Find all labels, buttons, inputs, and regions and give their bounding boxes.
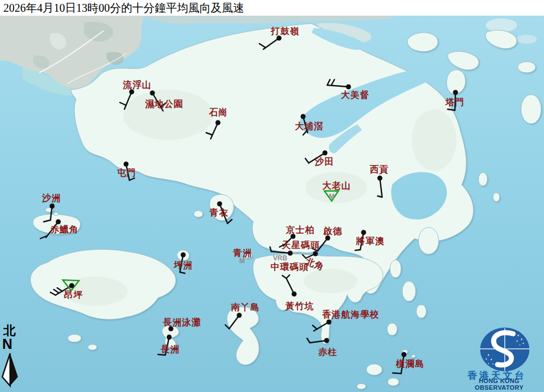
island-soko — [68, 334, 81, 342]
station-marker-tsing-yi — [217, 202, 222, 207]
wind-barb-line — [158, 354, 165, 355]
islet — [412, 355, 416, 358]
island-ma-wan — [194, 211, 203, 217]
station-marker-shek-kong — [216, 120, 221, 125]
station-marker-tseung-kwan-o — [361, 230, 366, 235]
weather-map-screenshot: 2026年4月10日13時00分的十分鐘平均風向及風速 打鼓嶺流浮山濕地公園石崗… — [0, 0, 544, 392]
station-marker-ta-kwu-ling — [277, 36, 282, 41]
island — [402, 281, 416, 301]
islet — [54, 212, 58, 216]
wind-barb-cheung-chau-beach — [169, 326, 174, 332]
island — [416, 305, 426, 318]
island-po-toi — [366, 364, 382, 375]
hko-logo: 香港天文台 HONG KONG OBSERVATORY — [454, 325, 544, 392]
station-marker-waglan-island — [402, 352, 407, 357]
island-kau-sai — [419, 227, 439, 254]
station-marker-peng-chau — [181, 253, 186, 258]
station-marker-kai-tak — [326, 236, 331, 241]
wind-barb-line — [393, 373, 401, 374]
map-title: 2026年4月10日13時00分的十分鐘平均風向及風速 — [3, 2, 244, 14]
island — [357, 384, 366, 389]
shallow-water — [517, 35, 537, 44]
station-marker-wetland-park — [150, 91, 155, 96]
island — [388, 378, 399, 386]
wind-barb-line — [455, 92, 455, 110]
station-marker-tap-mun — [453, 90, 458, 95]
station-marker-sha-chau — [50, 204, 55, 209]
island-east — [521, 95, 541, 124]
station-marker-kings-park — [291, 234, 296, 239]
station-marker-cheung-chau-beach — [169, 326, 174, 332]
station-marker-cheung-chau — [167, 335, 172, 340]
station-marker-tai-po-kau — [301, 114, 306, 119]
island-east — [493, 193, 500, 202]
hko-logo-english: HONG KONG OBSERVATORY — [454, 377, 544, 391]
compass-north-letter: N — [2, 337, 24, 351]
station-marker-sai-kung — [378, 176, 383, 181]
station-marker-star-ferry-pier — [288, 251, 293, 256]
island — [390, 260, 401, 278]
station-marker-hk-sea-school — [327, 320, 332, 325]
compass-arrow-icon — [1, 351, 24, 391]
islet-green-island — [245, 254, 252, 258]
island-northeast — [518, 62, 536, 73]
station-marker-sha-tin — [323, 151, 328, 156]
station-marker-ngong-ping — [69, 283, 75, 288]
station-marker-stanley — [324, 338, 329, 343]
island-soko — [88, 344, 97, 350]
island-northeast — [407, 32, 438, 52]
station-marker-north-point — [313, 251, 318, 256]
title-bar: 2026年4月10日13時00分的十分鐘平均風向及風速 — [0, 0, 544, 16]
station-marker-tai-mei-tuk — [346, 85, 351, 90]
station-marker-lau-fau-shan — [129, 90, 134, 95]
station-marker-chek-lap-kok — [56, 220, 61, 225]
station-marker-lamma-island — [237, 313, 242, 318]
compass: 北 N — [1, 325, 24, 392]
compass-north-chinese: 北 — [3, 325, 24, 337]
wind-barb-line — [355, 250, 360, 250]
island-east — [478, 172, 487, 186]
shallow-water — [486, 18, 517, 32]
station-marker-tuen-mun — [124, 162, 129, 167]
island-tung-lung — [387, 323, 397, 335]
station-marker-wong-chuk-hang — [292, 292, 297, 297]
